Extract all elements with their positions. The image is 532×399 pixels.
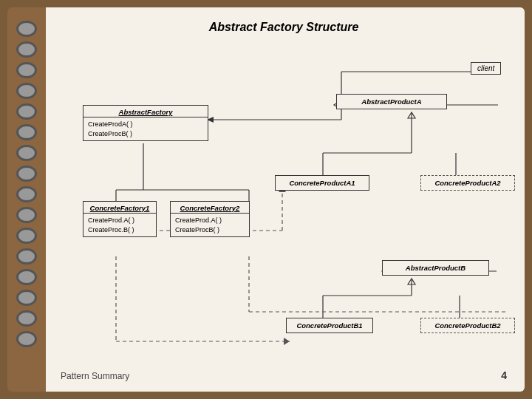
- abstract-factory-title: AbstractFactory: [83, 106, 208, 117]
- spiral-6: [16, 124, 37, 140]
- concrete-product-a1-box: ConcreteProductA1: [275, 175, 369, 191]
- cf2-body: CreateProd.A( ) CreateProcB( ): [171, 214, 249, 236]
- af-method-1: CreateProdA( ): [88, 120, 203, 129]
- spiral-13: [16, 269, 37, 285]
- concrete-product-b1-label: ConcreteProductB1: [296, 321, 362, 330]
- cf2-title: ConcreteFactory2: [171, 202, 249, 214]
- spiral-16: [16, 331, 37, 347]
- concrete-factory1-box: ConcreteFactory1 CreateProd.A( ) CreateP…: [83, 201, 157, 237]
- concrete-product-b2-box: ConcreteProductB2: [420, 318, 515, 333]
- spiral-7: [16, 145, 37, 161]
- spiral-2: [16, 41, 37, 58]
- af-method-2: CreateProcB( ): [88, 129, 203, 139]
- spiral-4: [16, 83, 37, 99]
- spiral-bar: [7, 7, 46, 392]
- svg-marker-16: [408, 279, 415, 284]
- concrete-product-a2-label: ConcreteProductA2: [434, 179, 500, 187]
- spiral-14: [16, 290, 37, 306]
- concrete-product-b2-label: ConcreteProductB2: [434, 321, 500, 330]
- svg-marker-27: [284, 338, 290, 345]
- spiral-1: [16, 21, 37, 37]
- cf1-body: CreateProd.A( ) CreateProc.B( ): [83, 214, 156, 236]
- cf1-title: ConcreteFactory1: [83, 202, 156, 214]
- footer-label: Pattern Summary: [61, 371, 129, 381]
- page-title: Abstract Factory Structure: [61, 21, 507, 34]
- diagram-area: client AbstractFactory CreateProdA( ) Cr…: [61, 46, 507, 365]
- page: Abstract Factory Structure: [46, 7, 525, 392]
- footer: Pattern Summary 4: [61, 369, 507, 381]
- concrete-product-a1-label: ConcreteProductA1: [289, 179, 355, 187]
- cf2-method-2: CreateProcB( ): [175, 225, 245, 235]
- spiral-10: [16, 207, 37, 223]
- spiral-12: [16, 248, 37, 265]
- cf2-method-1: CreateProd.A( ): [175, 216, 245, 225]
- notebook: Abstract Factory Structure: [7, 7, 525, 392]
- abstract-product-b-label: AbstractProductB: [406, 264, 466, 272]
- spiral-9: [16, 186, 37, 202]
- svg-marker-11: [408, 112, 415, 118]
- abstract-product-b-box: AbstractProductB: [382, 260, 489, 276]
- spiral-3: [16, 62, 37, 78]
- cf1-method-2: CreateProc.B( ): [88, 225, 151, 235]
- concrete-factory2-box: ConcreteFactory2 CreateProd.A( ) CreateP…: [170, 201, 250, 237]
- abstract-product-a-label: AbstractProductA: [361, 98, 421, 106]
- concrete-product-a2-box: ConcreteProductA2: [420, 175, 515, 191]
- client-label: client: [477, 64, 494, 72]
- concrete-product-b1-box: ConcreteProductB1: [286, 318, 373, 333]
- spiral-15: [16, 310, 37, 327]
- spiral-8: [16, 166, 37, 182]
- abstract-factory-body: CreateProdA( ) CreateProcB( ): [83, 117, 208, 140]
- abstract-product-a-box: AbstractProductA: [336, 94, 447, 109]
- spiral-5: [16, 103, 37, 120]
- abstract-factory-box: AbstractFactory CreateProdA( ) CreatePro…: [83, 105, 208, 141]
- spiral-11: [16, 228, 37, 244]
- cf1-method-1: CreateProd.A( ): [88, 216, 151, 225]
- client-box: client: [471, 62, 501, 75]
- footer-num: 4: [501, 369, 507, 381]
